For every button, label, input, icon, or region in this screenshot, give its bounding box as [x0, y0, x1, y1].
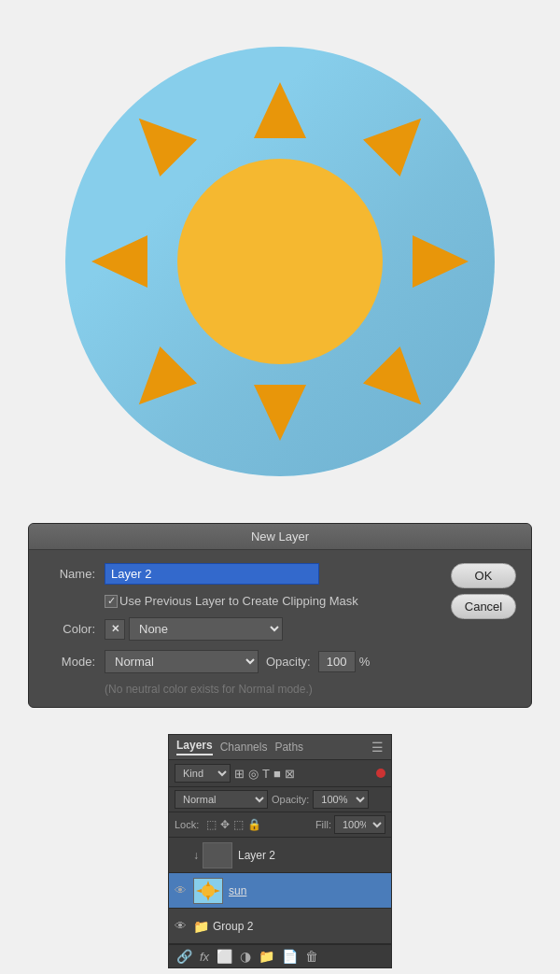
tab-channels[interactable]: Channels — [220, 741, 268, 754]
layers-panel: Layers Channels Paths ☰ Kind ⊞ ◎ T ■ ⊠ N… — [168, 734, 392, 968]
layer-row-sun[interactable]: 👁 sun — [169, 873, 391, 909]
layers-toolbar: 🔗 fx ⬜ ◑ 📁 📄 🗑 — [169, 944, 391, 967]
checkbox-label: Use Previous Layer to Create Clipping Ma… — [119, 594, 358, 608]
name-input[interactable] — [105, 563, 319, 585]
fill-select[interactable]: 100% — [334, 815, 385, 834]
lock-label: Lock: — [175, 819, 199, 830]
link-icon[interactable]: 🔗 — [176, 949, 192, 964]
group2-folder-icon: 📁 — [193, 919, 209, 934]
svg-point-0 — [202, 884, 215, 897]
kind-select[interactable]: Kind — [175, 764, 231, 783]
color-row: Color: ✕ None — [44, 617, 436, 641]
neutral-text-content: (No neutral color exists for Normal mode… — [105, 683, 313, 696]
layers-opacity-select[interactable]: 100% — [313, 790, 369, 809]
dialog-buttons: OK Cancel — [451, 563, 516, 619]
kind-row: Kind ⊞ ◎ T ■ ⊠ — [169, 760, 391, 787]
layers-panel-wrapper: Layers Channels Paths ☰ Kind ⊞ ◎ T ■ ⊠ N… — [0, 721, 560, 968]
neutral-text: (No neutral color exists for Normal mode… — [105, 683, 436, 696]
sun-illustration — [0, 0, 560, 523]
lock-pixel-icon[interactable]: ⬚ — [206, 818, 217, 831]
opacity-label: Opacity: — [266, 655, 311, 669]
sun-visibility-icon[interactable]: 👁 — [175, 883, 189, 897]
cancel-button[interactable]: Cancel — [451, 594, 516, 619]
filter-pixel-icon: ⊞ — [234, 767, 245, 781]
svg-marker-2 — [206, 896, 210, 901]
layer2-indent-icon: ↓ — [193, 849, 199, 862]
dialog-body: Name: ✓ Use Previous Layer to Create Cli… — [29, 550, 531, 707]
ok-button[interactable]: OK — [451, 563, 516, 588]
sun-ray-right — [413, 235, 469, 288]
red-dot — [376, 769, 385, 778]
fill-label: Fill: — [315, 819, 331, 830]
svg-marker-4 — [215, 889, 220, 893]
tab-layers[interactable]: Layers — [176, 739, 213, 755]
lock-move-icon[interactable]: ✥ — [220, 818, 230, 831]
filter-smart-icon: ⊠ — [285, 767, 295, 781]
filter-type-icon: T — [262, 767, 270, 781]
sun-ray-top — [254, 82, 306, 138]
tab-paths[interactable]: Paths — [274, 741, 303, 754]
sun-thumbnail — [193, 878, 223, 904]
lock-icon[interactable]: 🔒 — [247, 818, 261, 831]
color-select[interactable]: None — [129, 617, 283, 641]
layers-mode-select[interactable]: Normal — [175, 790, 268, 809]
mode-row: Mode: Normal Opacity: % — [44, 650, 436, 673]
checkbox-row: ✓ Use Previous Layer to Create Clipping … — [105, 594, 436, 608]
dialog-title: New Layer — [29, 524, 531, 550]
color-label: Color: — [44, 622, 95, 636]
layer2-thumbnail — [203, 842, 232, 868]
fill-section: Fill: 100% — [315, 815, 385, 834]
layer2-name: Layer 2 — [238, 849, 275, 862]
group2-name: Group 2 — [213, 920, 253, 933]
sun-body — [177, 159, 383, 364]
color-x-icon: ✕ — [105, 619, 125, 640]
sun-ray-bottom-right — [363, 346, 440, 423]
sun-name: sun — [229, 884, 246, 897]
sun-ray-left — [91, 235, 147, 288]
adjustment-icon[interactable]: ◑ — [240, 949, 251, 964]
mode-label: Mode: — [44, 655, 95, 669]
name-label: Name: — [44, 567, 95, 581]
mask-icon[interactable]: ⬜ — [217, 949, 232, 964]
layer-row-group2[interactable]: 👁 📁 Group 2 — [169, 909, 391, 944]
clipping-mask-checkbox[interactable]: ✓ — [105, 595, 118, 608]
sun-background — [65, 47, 495, 476]
layers-opacity-label: Opacity: — [272, 794, 309, 805]
dialog-title-text: New Layer — [251, 529, 309, 543]
trash-icon[interactable]: 🗑 — [305, 949, 318, 964]
mode-opacity-row: Normal Opacity: 100% — [169, 787, 391, 812]
new-layer-icon[interactable]: 📄 — [282, 949, 298, 964]
filter-shape-icon: ■ — [273, 767, 281, 781]
lock-row: Lock: ⬚ ✥ ⬚ 🔒 Fill: 100% — [169, 812, 391, 838]
new-layer-dialog: New Layer Name: ✓ Use Previous Layer to … — [28, 523, 532, 708]
sun-ray-bottom-left — [120, 346, 197, 423]
sun-ray-top-left — [120, 100, 197, 176]
lock-all-icon[interactable]: ⬚ — [233, 818, 244, 831]
fx-icon[interactable]: fx — [200, 950, 209, 964]
group2-visibility-icon[interactable]: 👁 — [175, 919, 189, 933]
sun-ray-top-right — [363, 100, 440, 176]
svg-marker-1 — [206, 881, 210, 886]
opacity-input[interactable] — [318, 651, 356, 672]
layers-header: Layers Channels Paths ☰ — [169, 735, 391, 760]
color-control: ✕ None — [105, 617, 283, 641]
sun-inner — [65, 47, 495, 476]
svg-marker-3 — [196, 889, 202, 893]
sun-ray-bottom — [254, 385, 306, 441]
opacity-pct: % — [359, 655, 371, 669]
folder-icon[interactable]: 📁 — [259, 949, 274, 964]
layers-menu-icon[interactable]: ☰ — [371, 740, 384, 755]
filter-adj-icon: ◎ — [248, 767, 259, 781]
layer-row-layer2[interactable]: ↓ Layer 2 — [169, 838, 391, 873]
mode-select[interactable]: Normal — [105, 650, 259, 673]
name-row: Name: — [44, 563, 436, 585]
